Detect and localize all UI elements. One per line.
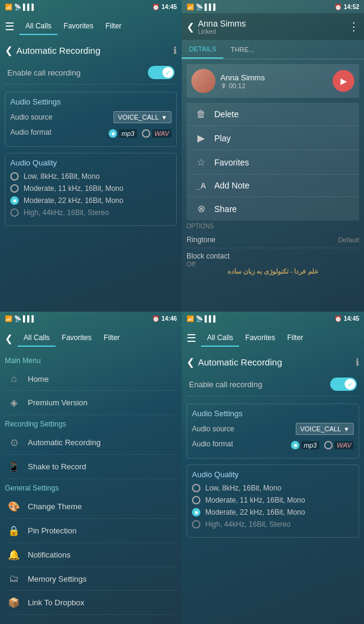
favorites-action[interactable]: ☆ Favorites xyxy=(187,150,359,175)
quality-low-tl[interactable]: Low, 8kHz, 16Bit, Mono xyxy=(10,172,171,181)
delete-action[interactable]: 🗑 Delete xyxy=(187,103,359,126)
enable-recording-toggle-br[interactable]: ✓ xyxy=(330,378,357,391)
menu-item-home[interactable]: ⌂ Home xyxy=(5,367,177,391)
info-icon-br[interactable]: ℹ xyxy=(356,356,359,368)
sim-icon-bl: 📶 xyxy=(5,315,12,322)
tab-thread[interactable]: THRE... xyxy=(223,40,261,59)
theme-icon: 🎨 xyxy=(7,501,21,512)
block-contact-value: Off xyxy=(187,260,359,268)
hamburger-menu-icon-br[interactable]: ☰ xyxy=(187,332,196,345)
play-button[interactable]: ▶ xyxy=(333,70,354,92)
quality-high-label-br: High, 44kHz, 16Bit, Stereo xyxy=(205,520,290,529)
mp3-option-tl[interactable]: mp3 xyxy=(109,129,136,138)
action-menu: 🗑 Delete ▶ Play ☆ Favorites _A Add Note … xyxy=(187,103,359,220)
audio-source-dropdown-tl[interactable]: VOICE_CALL ▼ xyxy=(113,111,171,123)
auto-recording-header-tl: ❮ Automatic Recording ℹ xyxy=(5,45,177,56)
nav-bar-tl: ☰ All Calls Favorites Filter xyxy=(0,13,182,40)
audio-source-dropdown-br[interactable]: VOICE_CALL ▼ xyxy=(296,423,354,435)
quality-mod22-label-tl: Moderate, 22 kHz, 16Bit, Mono xyxy=(24,196,123,205)
quality-high-radio-br[interactable] xyxy=(192,520,200,529)
tab-favorites-bl[interactable]: Favorites xyxy=(56,330,97,347)
play-action[interactable]: ▶ Play xyxy=(187,126,359,150)
wifi-icon-br: 📡 xyxy=(196,315,203,322)
recording-contact-name: Anna Simms xyxy=(220,73,328,82)
quality-mod11-radio-tl[interactable] xyxy=(10,184,19,193)
quality-high-radio-tl[interactable] xyxy=(10,208,19,217)
quality-low-br[interactable]: Low, 8kHz, 16Bit, Mono xyxy=(192,484,354,492)
info-icon-tl[interactable]: ℹ xyxy=(173,45,177,56)
ringtone-value: Default xyxy=(338,236,359,243)
quality-mod22-radio-tl[interactable] xyxy=(10,196,19,205)
quality-high-br[interactable]: High, 44kHz, 16Bit, Stereo xyxy=(192,520,354,529)
quality-high-tl[interactable]: High, 44kHz, 16Bit, Stereo xyxy=(10,208,171,217)
sim-icon-br: 📶 xyxy=(187,315,194,322)
tab-favorites-tl[interactable]: Favorites xyxy=(57,18,99,35)
add-note-action[interactable]: _A Add Note xyxy=(187,175,359,197)
enable-recording-toggle-tl[interactable]: ✓ xyxy=(148,66,174,79)
auto-recording-title-row-br: ❮ Automatic Recording xyxy=(187,356,282,368)
menu-item-pin[interactable]: 🔒 Pin Protection xyxy=(5,519,177,543)
audio-format-row-br: Audio format mp3 WAV xyxy=(192,439,354,449)
auto-recording-menu-label: Automatic Recording xyxy=(28,438,101,447)
quality-mod11-tl[interactable]: Moderate, 11 kHz, 16Bit, Mono xyxy=(10,184,171,193)
wav-radio-tl[interactable] xyxy=(142,129,150,138)
avatar-image xyxy=(191,69,216,93)
menu-item-shake[interactable]: 📱 Shake to Record xyxy=(5,455,177,479)
enable-recording-row-tl[interactable]: Enable call recording ✓ xyxy=(5,61,177,85)
share-action[interactable]: ⊗ Share xyxy=(187,197,359,220)
menu-item-premium[interactable]: ◈ Premium Version xyxy=(5,391,177,415)
hamburger-menu-icon[interactable]: ☰ xyxy=(5,20,14,33)
quality-mod11-br[interactable]: Moderate, 11 kHz, 16Bit, Mono xyxy=(192,496,354,504)
auto-recording-header-br: ❮ Automatic Recording ℹ xyxy=(187,356,359,368)
menu-item-theme[interactable]: 🎨 Change Theme xyxy=(5,495,177,519)
mp3-radio-br[interactable] xyxy=(291,441,299,449)
menu-item-memory[interactable]: 🗂 Memory Settings xyxy=(5,567,177,591)
audio-quality-section-tl: Audio Quality Low, 8kHz, 16Bit, Mono Mod… xyxy=(5,153,177,226)
mp3-radio-tl[interactable] xyxy=(109,129,117,138)
recording-duration: 🎙 00:12 xyxy=(220,82,328,89)
quality-mod22-br[interactable]: Moderate, 22 kHz, 16Bit, Mono xyxy=(192,508,354,516)
options-section: OPTIONS Ringtone Default Block contact O… xyxy=(182,220,364,274)
tab-details[interactable]: DETAILS xyxy=(182,40,223,59)
tab-all-calls-br[interactable]: All Calls xyxy=(201,330,239,347)
back-arrow-icon-tr[interactable]: ❮ xyxy=(187,21,194,33)
back-arrow-icon-br2[interactable]: ❮ xyxy=(187,356,194,368)
enable-recording-row-br[interactable]: Enable call recording ✓ xyxy=(187,373,359,396)
back-arrow-icon-bl[interactable]: ❮ xyxy=(5,333,13,344)
shake-icon: 📱 xyxy=(7,461,21,472)
nav-bar-br: ☰ All Calls Favorites Filter xyxy=(182,325,364,352)
wav-option-tl[interactable]: WAV xyxy=(142,129,171,138)
play-label: Play xyxy=(214,133,231,143)
more-options-icon[interactable]: ⋮ xyxy=(348,20,359,33)
auto-recording-title-tl: Automatic Recording xyxy=(16,45,100,56)
back-arrow-icon-tl[interactable]: ❮ xyxy=(5,45,13,56)
quality-mod22-tl[interactable]: Moderate, 22 kHz, 16Bit, Mono xyxy=(10,196,171,205)
menu-item-auto-recording[interactable]: ⊙ Automatic Recording xyxy=(5,431,177,455)
detail-tabs: DETAILS THRE... xyxy=(182,40,364,59)
tab-all-calls-bl[interactable]: All Calls xyxy=(18,330,56,347)
time-bl: 14:46 xyxy=(161,315,177,322)
quality-low-radio-br[interactable] xyxy=(192,484,200,492)
tab-filter-bl[interactable]: Filter xyxy=(98,330,126,347)
add-note-label: Add Note xyxy=(214,181,249,190)
status-bar-tr: 📶 📡 ▌▌▌ ⏰ 14:52 xyxy=(182,0,364,13)
theme-label: Change Theme xyxy=(28,502,81,511)
menu-item-dropbox[interactable]: 📦 Link To Dropbox xyxy=(5,591,177,615)
menu-item-notifications[interactable]: 🔔 Notifications xyxy=(5,543,177,567)
quality-mod11-radio-br[interactable] xyxy=(192,496,200,504)
mp3-option-br[interactable]: mp3 xyxy=(291,441,319,449)
quality-low-radio-tl[interactable] xyxy=(10,172,19,181)
auto-recording-icon: ⊙ xyxy=(7,437,21,448)
ringtone-row[interactable]: Ringtone Default xyxy=(187,232,359,248)
tab-favorites-br[interactable]: Favorites xyxy=(239,330,281,347)
tab-all-calls-tl[interactable]: All Calls xyxy=(19,18,57,35)
quality-mod22-radio-br[interactable] xyxy=(192,508,200,516)
tab-filter-br[interactable]: Filter xyxy=(281,330,310,347)
contact-avatar xyxy=(191,69,216,93)
quality-mod22-label-br: Moderate, 22 kHz, 16Bit, Mono xyxy=(205,508,305,516)
options-label: OPTIONS xyxy=(187,223,359,230)
wav-radio-br[interactable] xyxy=(324,441,333,449)
tab-filter-tl[interactable]: Filter xyxy=(100,18,128,35)
wav-option-br[interactable]: WAV xyxy=(324,441,354,449)
dropbox-label: Link To Dropbox xyxy=(28,598,85,607)
